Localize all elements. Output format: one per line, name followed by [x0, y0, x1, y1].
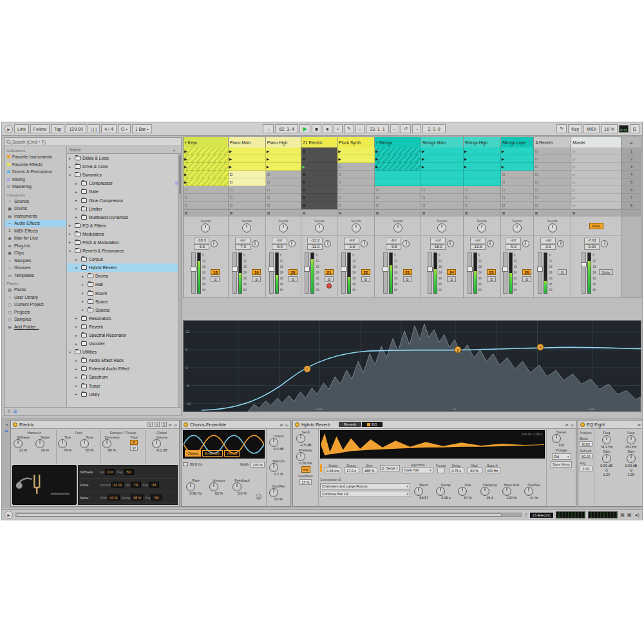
clip-slot[interactable]: ▶ [184, 147, 229, 155]
stereo-knob[interactable] [552, 434, 561, 443]
rate-knob[interactable] [186, 482, 195, 491]
feedback-value[interactable]: 17 % [299, 479, 312, 485]
arrangement-position-field[interactable]: 62. 3. 4 [275, 124, 298, 133]
tree-caret-icon[interactable]: ▸ [75, 215, 79, 219]
tree-caret-icon[interactable]: ▸ [69, 232, 73, 236]
tree-caret-icon[interactable]: ▸ [82, 308, 86, 312]
clip-slot[interactable]: ▶ [229, 147, 266, 155]
hpf-toggle[interactable] [183, 462, 188, 466]
record-button[interactable]: ● [323, 124, 332, 133]
param-value[interactable]: 38 % [131, 495, 144, 500]
tree-item-dynamics[interactable]: ▾Dynamics [67, 171, 181, 179]
sidebar-item-max-for-live[interactable]: ◉Max for Live [5, 234, 66, 242]
hot-swap-icon[interactable]: ⇄ [280, 422, 283, 427]
horizontal-scrollbar[interactable] [15, 513, 522, 517]
clip-slot[interactable] [421, 194, 464, 202]
mode-classic[interactable]: Classic [185, 450, 201, 457]
clip-slot[interactable]: ▶ [421, 155, 464, 163]
clip-slot[interactable]: ▶ [421, 163, 464, 171]
tab-reverb[interactable]: Reverb [339, 422, 361, 427]
clip-slot[interactable] [534, 147, 571, 155]
clip-slot[interactable]: ▶ [266, 163, 302, 171]
midi-map-button[interactable]: MIDI [583, 124, 600, 133]
send-level-knob[interactable] [296, 434, 305, 443]
dry-wet-knob[interactable] [269, 488, 278, 497]
clip-slot[interactable]: ▶ [375, 147, 421, 155]
clip-slot[interactable] [301, 155, 337, 163]
clip-slot[interactable] [421, 202, 464, 209]
output-knob[interactable] [269, 438, 278, 447]
volume-fader[interactable] [503, 252, 507, 294]
clip-slot[interactable] [464, 186, 501, 194]
refresh-icon[interactable]: ↻ [7, 409, 11, 414]
param-value[interactable]: 0.75 s [449, 468, 464, 473]
clip-stop-button[interactable] [301, 210, 337, 216]
clip-slot[interactable] [501, 194, 535, 202]
scene-number[interactable]: 4 [621, 171, 641, 178]
clip-slot[interactable]: ▶ [337, 155, 375, 163]
dry-wet-knob[interactable] [524, 487, 533, 496]
amount-knob[interactable] [209, 482, 218, 491]
sidebar-item-add-folder[interactable]: ⊞Add Folder... [5, 323, 66, 331]
tree-item-glue-compressor[interactable]: ▸Glue Compressor [67, 196, 181, 204]
scene-number[interactable]: 3 [621, 163, 641, 171]
track-activator[interactable]: 21 [325, 269, 334, 275]
tree-header[interactable]: Name ▲ [67, 146, 181, 154]
clip-slot[interactable] [184, 186, 229, 194]
volume-fader[interactable] [191, 252, 196, 294]
clip-slot[interactable]: ▶ [184, 178, 229, 186]
eq-band-handle[interactable]: 3 [536, 343, 544, 350]
device-eq-eight[interactable]: EQ Eight ⇄ AnalyzeBlock8192Refresh60.00A… [578, 420, 643, 507]
param-value[interactable]: 35 [149, 482, 159, 488]
track-header-strings-main[interactable]: Strings Main [421, 137, 464, 147]
pan-knob[interactable] [557, 240, 564, 247]
track-header-21-electric[interactable]: 21 Electric [301, 137, 337, 147]
group-unfold-icon[interactable]: ▾ [376, 140, 378, 144]
clip-slot[interactable] [337, 163, 375, 171]
clip-slot[interactable] [266, 186, 302, 194]
param-value[interactable]: 50 [124, 469, 134, 475]
tree-item-limiter[interactable]: ▸Limiter [67, 205, 181, 213]
clip-slot[interactable]: ▶ [375, 155, 421, 163]
clip-slot[interactable]: ▶ [501, 147, 535, 155]
sidebar-item-drums-percussion[interactable]: Drums & Percussion [5, 168, 66, 176]
device-hybrid-reverb[interactable]: Hybrid Reverb Reverb EQ ⇄ ◎ Send-0.5 dB … [292, 420, 576, 507]
param-value[interactable]: 8192 [580, 441, 592, 447]
scene-slot[interactable]: ▷ [571, 155, 621, 163]
decay-knob[interactable] [436, 487, 445, 496]
new-button[interactable]: + [334, 124, 343, 133]
clip-slot[interactable]: ▶ [229, 163, 266, 171]
clip-stop-button[interactable] [375, 210, 421, 216]
tree-caret-icon[interactable]: ▾ [75, 266, 79, 270]
tree-caret-icon[interactable]: ▸ [69, 165, 73, 169]
loop-start-field[interactable]: 23. 1. 1 [366, 124, 389, 133]
pan-knob[interactable] [361, 240, 368, 247]
solo-button[interactable]: S [487, 276, 496, 282]
width-value[interactable]: 100 % [251, 462, 265, 468]
hot-swap-icon[interactable]: ⇄ [169, 422, 172, 427]
clip-slot[interactable] [464, 202, 501, 209]
clip-slot[interactable] [534, 163, 571, 171]
sidebar-item-plug-ins[interactable]: ⊕Plug-Ins [5, 242, 66, 250]
grid-view-icon-2[interactable]: ▦ [627, 513, 632, 518]
tree-caret-icon[interactable]: ▸ [75, 342, 79, 346]
damping-knob[interactable] [480, 487, 489, 496]
clip-stop-button[interactable] [464, 210, 501, 216]
fader-thumb[interactable] [232, 267, 238, 272]
clip-slot[interactable] [184, 202, 229, 209]
algorithm-selector[interactable]: Dark Hall▾ [402, 467, 433, 473]
scene-number[interactable]: 1 [621, 147, 641, 155]
param-value[interactable]: 79 [131, 482, 141, 488]
send-knob[interactable] [393, 223, 402, 232]
volume-fader[interactable] [341, 252, 346, 294]
clip-slot[interactable] [301, 194, 337, 202]
clip-slot[interactable] [301, 178, 337, 186]
scene-slot[interactable]: ▷ [571, 147, 621, 155]
tree-item-utilities[interactable]: ▾Utilities [67, 348, 181, 356]
tree-item-external-audio-effect[interactable]: ▸External Audio Effect [67, 365, 181, 373]
device-on-toggle[interactable] [580, 422, 585, 427]
clip-slot[interactable]: ▶ [229, 155, 266, 163]
tree-caret-icon[interactable]: ▸ [75, 392, 79, 396]
param-value[interactable]: 41 % [111, 482, 124, 488]
fader-thumb[interactable] [304, 267, 310, 272]
